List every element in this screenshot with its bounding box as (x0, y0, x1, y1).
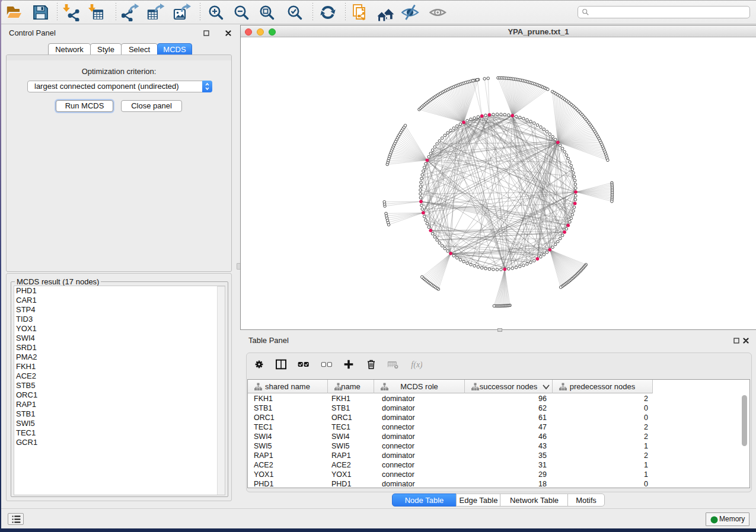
svg-text:f(x): f(x) (411, 360, 422, 370)
